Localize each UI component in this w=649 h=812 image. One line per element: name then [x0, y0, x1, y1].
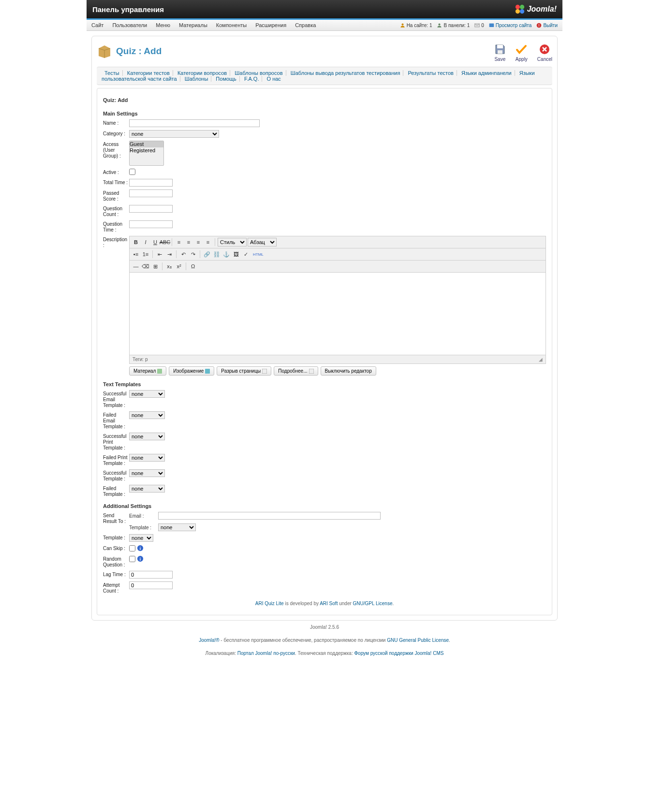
name-input[interactable] — [129, 119, 260, 127]
readmore-button[interactable]: Подробнее... — [274, 366, 318, 376]
bullet-list-button[interactable]: •≡ — [132, 250, 140, 259]
outdent-button[interactable]: ⇤ — [155, 250, 164, 259]
failed-email-select[interactable]: none — [129, 411, 165, 419]
removeformat-button[interactable]: ⌫ — [141, 262, 150, 271]
ari-quiz-link[interactable]: ARI Quiz Lite — [255, 601, 284, 606]
italic-button[interactable]: I — [141, 238, 150, 246]
success-email-select[interactable]: none — [129, 390, 165, 398]
tab-help[interactable]: Помощь — [213, 76, 240, 82]
label-question-time: Question Time : — [103, 220, 129, 233]
email-input[interactable] — [158, 512, 381, 520]
gpl-link[interactable]: GNU General Public License — [387, 638, 449, 643]
view-site-link[interactable]: Просмотр сайта — [496, 23, 532, 28]
tab-question-categories[interactable]: Категории вопросов — [175, 70, 230, 76]
image-icon — [205, 369, 210, 374]
label-question-count: Question Count : — [103, 205, 129, 218]
tab-test-categories[interactable]: Категории тестов — [124, 70, 173, 76]
failed-tpl-select[interactable]: none — [129, 485, 165, 493]
label-can-skip: Can Skip : — [103, 545, 129, 551]
undo-button[interactable]: ↶ — [179, 250, 188, 259]
ari-soft-link[interactable]: ARI Soft — [320, 601, 338, 606]
editor-resize-handle[interactable]: ◢ — [539, 357, 543, 362]
underline-button[interactable]: U — [151, 238, 160, 246]
charmap-button[interactable]: Ω — [189, 262, 197, 271]
bold-button[interactable]: B — [132, 238, 140, 246]
paragraph-select[interactable]: Абзац — [248, 238, 277, 246]
indent-button[interactable]: ⇥ — [165, 250, 174, 259]
tab-admin-lang[interactable]: Языки админпанели — [458, 70, 515, 76]
joomla-ru-forum-link[interactable]: Форум русской поддержки Joomla! CMS — [354, 651, 444, 656]
joomla-ru-link[interactable]: Портал Joomla! по-русски — [237, 651, 295, 656]
nav-site[interactable]: Сайт — [91, 22, 103, 28]
save-button[interactable]: Save — [494, 44, 506, 62]
passed-score-input[interactable] — [129, 189, 173, 197]
table-button[interactable]: ⊞ — [151, 262, 160, 271]
superscript-button[interactable]: x² — [175, 262, 183, 271]
lag-time-input[interactable] — [129, 571, 173, 579]
template-sub-select[interactable]: none — [158, 523, 196, 531]
tab-question-templates[interactable]: Шаблоны вопросов — [232, 70, 286, 76]
apply-button[interactable]: Apply — [516, 44, 528, 62]
nav-extensions[interactable]: Расширения — [255, 22, 286, 28]
material-icon — [157, 369, 162, 374]
can-skip-checkbox[interactable] — [129, 545, 135, 551]
nav-menu[interactable]: Меню — [156, 22, 170, 28]
panel-title: Панель управления — [92, 5, 164, 14]
logout-link[interactable]: Выйти — [543, 23, 558, 28]
nav-materials[interactable]: Материалы — [179, 22, 207, 28]
anchor-button[interactable]: ⚓ — [222, 250, 231, 259]
info-icon[interactable]: i — [137, 555, 144, 562]
category-select[interactable]: none — [129, 130, 219, 138]
question-time-input[interactable] — [129, 220, 173, 228]
editor-textarea[interactable] — [130, 273, 546, 355]
total-time-input[interactable] — [129, 179, 173, 187]
tab-tests[interactable]: Тесты — [102, 70, 123, 76]
tab-result-templates[interactable]: Шаблоны вывода результатов тестирования — [288, 70, 404, 76]
tab-results[interactable]: Результаты тестов — [405, 70, 457, 76]
align-center-button[interactable]: ≡ — [184, 238, 193, 246]
active-checkbox[interactable] — [129, 169, 135, 175]
html-button[interactable]: HTML — [251, 250, 266, 259]
gnu-link[interactable]: GNU/GPL License — [353, 601, 393, 606]
style-select[interactable]: Стиль — [218, 238, 247, 246]
cancel-button[interactable]: Cancel — [537, 44, 552, 62]
nav-users[interactable]: Пользователи — [112, 22, 147, 28]
template-select[interactable]: none — [129, 534, 153, 542]
pagebreak-button[interactable]: Разрыв страницы — [217, 366, 271, 376]
users-online-icon — [400, 23, 405, 28]
question-count-input[interactable] — [129, 205, 173, 213]
hr-button[interactable]: — — [132, 262, 140, 271]
image-button[interactable]: 🖼 — [232, 250, 240, 259]
image-insert-button[interactable]: Изображение — [169, 366, 214, 376]
subscript-button[interactable]: x₂ — [165, 262, 174, 271]
attempt-count-input[interactable] — [129, 581, 173, 589]
success-tpl-select[interactable]: none — [129, 469, 165, 477]
nav-help[interactable]: Справка — [295, 22, 316, 28]
random-question-checkbox[interactable] — [129, 556, 135, 562]
nav-components[interactable]: Компоненты — [216, 22, 247, 28]
top-menu: Сайт Пользователи Меню Материалы Компоне… — [87, 20, 562, 31]
align-left-button[interactable]: ≡ — [175, 238, 183, 246]
redo-button[interactable]: ↷ — [189, 250, 197, 259]
tab-templates[interactable]: Шаблоны — [182, 76, 212, 82]
tab-about[interactable]: О нас — [264, 76, 284, 82]
failed-print-select[interactable]: none — [129, 454, 165, 462]
align-justify-button[interactable]: ≡ — [204, 238, 212, 246]
joomla-link[interactable]: Joomla!® — [199, 638, 219, 643]
success-print-select[interactable]: none — [129, 433, 165, 440]
align-right-button[interactable]: ≡ — [194, 238, 203, 246]
toggle-editor-button[interactable]: Выключить редактор — [321, 366, 376, 376]
tab-faq[interactable]: F.A.Q. — [241, 76, 263, 82]
strike-button[interactable]: ABC — [161, 238, 169, 246]
svg-point-4 — [401, 23, 403, 25]
number-list-button[interactable]: 1≡ — [141, 250, 150, 259]
joomla-icon — [515, 4, 525, 14]
access-select[interactable]: GuestRegistered — [129, 141, 164, 166]
label-success-email: Successful Email Template : — [103, 390, 129, 408]
material-button[interactable]: Материал — [129, 366, 166, 376]
info-icon[interactable]: i — [137, 545, 144, 551]
panel-users: В панели: 1 — [443, 23, 470, 28]
link-button[interactable]: 🔗 — [203, 250, 211, 259]
cleanup-button[interactable]: ✓ — [241, 250, 250, 259]
unlink-button[interactable]: ⛓️ — [212, 250, 221, 259]
